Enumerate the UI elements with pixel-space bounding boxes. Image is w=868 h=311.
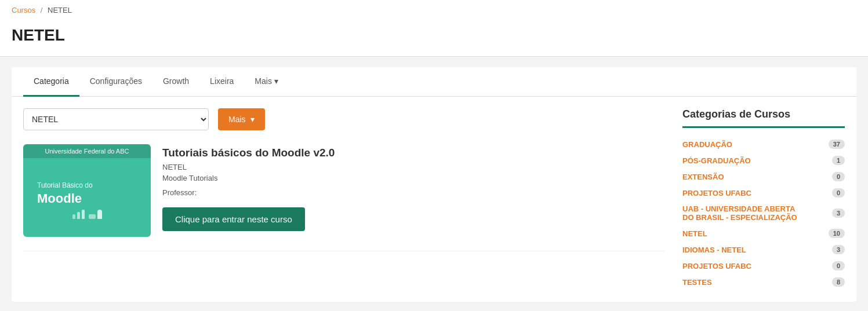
cat-count-testes: 8 (832, 277, 845, 287)
cat-link-graduacao[interactable]: GRADUAÇÃO (682, 140, 732, 149)
thumb-bar1 (77, 212, 80, 219)
cat-count-pos-graduacao: 1 (832, 156, 845, 165)
thumbnail-line1: Tutorial Básico do (37, 181, 93, 189)
categories-title: Categorias de Cursos (682, 108, 845, 128)
course-thumbnail: Universidade Federal do ABC Tutorial Bás… (23, 144, 151, 237)
list-item: TESTES 8 (682, 274, 845, 290)
cat-count-netel: 10 (829, 229, 845, 238)
course-title: Tutoriais básicos do Moodle v2.0 (162, 147, 665, 159)
list-item: NETEL 10 (682, 225, 845, 242)
thumb-scene (32, 210, 141, 219)
left-panel: NETEL Mais ▾ Universidade Federal do ABC… (23, 108, 665, 290)
mais-button[interactable]: Mais ▾ (218, 108, 265, 130)
page-title-bar: NETEL (0, 20, 868, 57)
category-list: GRADUAÇÃO 37 PÓS-GRADUAÇÃO 1 EXTENSÃO 0 … (682, 136, 845, 290)
breadcrumb: Cursos / NETEL (0, 0, 868, 20)
course-tag: Moodle Tutorials (162, 174, 665, 182)
cat-link-testes[interactable]: TESTES (682, 278, 712, 287)
tab-categoria[interactable]: Categoria (23, 67, 79, 97)
chevron-down-icon: ▾ (274, 76, 278, 86)
tab-configuracoes[interactable]: Configurações (79, 67, 152, 97)
list-item: PROJETOS UFABC 0 (682, 258, 845, 274)
thumb-bar3 (82, 210, 85, 219)
cat-count-extensao: 0 (832, 172, 845, 181)
list-item: GRADUAÇÃO 37 (682, 136, 845, 152)
cat-count-projetos-ufabc2: 0 (832, 261, 845, 270)
select-row: NETEL Mais ▾ (23, 108, 665, 130)
thumb-person (97, 210, 102, 219)
breadcrumb-current: NETEL (48, 6, 72, 14)
thumbnail-university: Universidade Federal do ABC (23, 144, 151, 158)
right-panel: Categorias de Cursos GRADUAÇÃO 37 PÓS-GR… (682, 108, 845, 290)
enter-course-button[interactable]: Clique para entrar neste curso (162, 207, 305, 231)
cat-link-extensao[interactable]: EXTENSÃO (682, 173, 724, 181)
course-card: Universidade Federal do ABC Tutorial Bás… (23, 144, 665, 251)
thumb-screen (89, 214, 96, 219)
course-category: NETEL (162, 163, 665, 171)
category-select[interactable]: NETEL (23, 108, 209, 130)
main-container: Categoria Configurações Growth Lixeira M… (12, 67, 856, 302)
cat-link-netel[interactable]: NETEL (682, 229, 707, 238)
thumbnail-text: Tutorial Básico do Moodle (32, 176, 141, 207)
cat-count-idiomas-netel: 3 (832, 245, 845, 254)
list-item: UAB - UNIVERSIDADE ABERTA DO BRASIL - ES… (682, 201, 845, 225)
tabs-bar: Categoria Configurações Growth Lixeira M… (12, 67, 856, 97)
cat-link-uab[interactable]: UAB - UNIVERSIDADE ABERTA DO BRASIL - ES… (682, 204, 798, 222)
page-title: NETEL (12, 26, 856, 45)
list-item: EXTENSÃO 0 (682, 169, 845, 185)
breadcrumb-separator: / (41, 6, 43, 14)
tab-mais[interactable]: Mais ▾ (244, 67, 289, 97)
thumbnail-line2: Moodle (37, 191, 82, 206)
cat-link-projetos-ufabc[interactable]: PROJETOS UFABC (682, 189, 751, 197)
cat-link-pos-graduacao[interactable]: PÓS-GRADUAÇÃO (682, 156, 751, 165)
list-item: PROJETOS UFABC 0 (682, 185, 845, 201)
list-item: PÓS-GRADUAÇÃO 1 (682, 152, 845, 169)
cat-link-idiomas-netel[interactable]: IDIOMAS - NETEL (682, 246, 746, 254)
breadcrumb-cursos-link[interactable]: Cursos (12, 6, 35, 14)
thumb-bar2 (72, 214, 75, 219)
professor-label: Professor: (162, 188, 197, 197)
mais-button-label: Mais (228, 115, 246, 124)
list-item: IDIOMAS - NETEL 3 (682, 242, 845, 258)
cat-link-projetos-ufabc2[interactable]: PROJETOS UFABC (682, 262, 751, 270)
tab-lixeira[interactable]: Lixeira (199, 67, 244, 97)
cat-count-uab: 3 (832, 208, 845, 218)
course-info: Tutoriais básicos do Moodle v2.0 NETEL M… (162, 144, 665, 237)
cat-count-projetos-ufabc: 0 (832, 188, 845, 197)
tab-mais-label: Mais (255, 76, 272, 86)
thumbnail-body: Tutorial Básico do Moodle (23, 158, 151, 237)
cat-count-graduacao: 37 (829, 140, 845, 149)
course-professor: Professor: (162, 188, 665, 197)
mais-dropdown-icon: ▾ (250, 115, 255, 124)
tab-growth[interactable]: Growth (152, 67, 199, 97)
content-area: NETEL Mais ▾ Universidade Federal do ABC… (12, 97, 856, 302)
